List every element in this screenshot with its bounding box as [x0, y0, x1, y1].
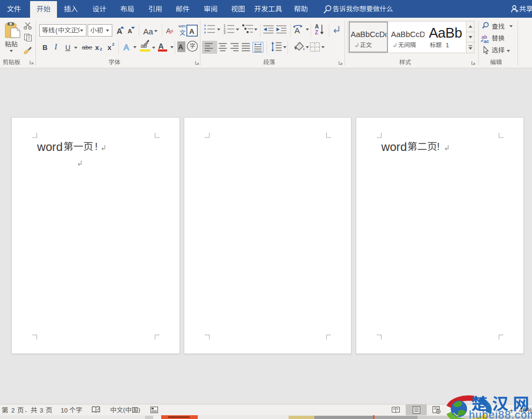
svg-text:3: 3	[224, 31, 226, 34]
svg-text:A: A	[315, 24, 319, 30]
svg-text:A: A	[294, 26, 300, 35]
svg-text:Z: Z	[315, 30, 318, 35]
